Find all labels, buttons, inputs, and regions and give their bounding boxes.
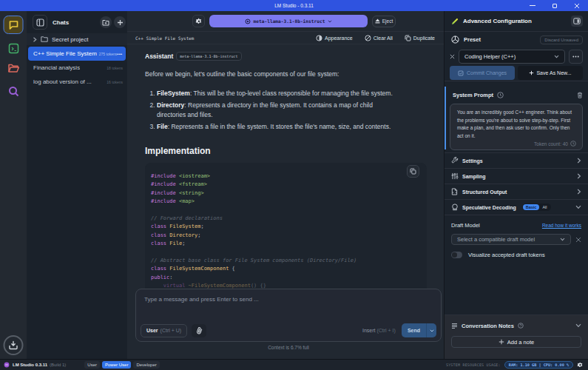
input-controls: User (Ctrl + U) Insert (Ctrl + I) Send — [141, 323, 436, 337]
new-folder-button[interactable] — [100, 16, 112, 28]
clear-preset-button[interactable] — [450, 54, 455, 59]
model-settings-button[interactable] — [192, 15, 205, 27]
seg-all[interactable]: All — [539, 204, 550, 210]
duplicate-button[interactable]: Duplicate — [405, 35, 435, 41]
mode-tab-user[interactable]: User — [84, 361, 100, 369]
collapse-sidebar-button[interactable] — [33, 15, 47, 30]
settings-gear-button[interactable] — [577, 362, 584, 369]
sidebar-folder-secret-project[interactable]: Secret project — [27, 33, 127, 45]
visualize-tokens-toggle[interactable] — [451, 252, 462, 258]
clear-draft-model-button[interactable] — [575, 237, 581, 243]
insert-hint[interactable]: Insert (Ctrl + I) — [362, 328, 396, 333]
chevron-down-icon — [554, 55, 559, 58]
preset-select[interactable]: Coding Helper (C++) — [459, 50, 565, 64]
chat-list-item[interactable]: log about version of ...16 tokens — [27, 75, 127, 89]
section-settings[interactable]: Settings — [445, 153, 588, 169]
copy-code-button[interactable] — [407, 165, 419, 178]
seg-basic[interactable]: Basic — [523, 204, 540, 210]
discard-unsaved-button[interactable]: Discard Unsaved — [540, 36, 583, 44]
chat-item-menu-icon[interactable]: ••• — [117, 52, 122, 56]
minimize-button[interactable] — [521, 0, 544, 11]
save-as-new-button[interactable]: Save As New... — [518, 66, 583, 80]
new-chat-button[interactable] — [114, 16, 126, 28]
chat-list-item[interactable]: C++ Simple File System275 tokens••• — [28, 47, 126, 61]
nav-search-button[interactable] — [7, 85, 19, 97]
x-icon — [575, 237, 581, 243]
code-content[interactable]: #include <iostream>#include <fstream>#in… — [151, 172, 421, 289]
code-line: class FileSystemComponent { — [151, 265, 421, 273]
search-icon — [8, 86, 19, 97]
message-input[interactable]: Type a message and press Enter to send .… — [135, 289, 442, 342]
mode-tab-power-user[interactable]: Power User — [102, 361, 131, 369]
config-panel-title: Advanced Configuration — [463, 18, 571, 24]
nav-chat-button[interactable] — [4, 16, 24, 34]
commit-changes-label: Commit Changes — [467, 70, 507, 75]
downloads-button[interactable] — [4, 335, 24, 355]
eject-model-button[interactable]: Eject — [372, 16, 396, 27]
implementation-heading: Implementation — [145, 146, 444, 156]
code-line: class File; — [151, 240, 421, 248]
model-selector[interactable]: meta-llama-3.1-8b-instruct — [209, 15, 368, 27]
read-how-it-works-link[interactable]: Read how it works — [542, 223, 581, 228]
folder-open-icon — [7, 63, 19, 73]
document-icon — [451, 188, 460, 195]
wrench-icon — [451, 157, 460, 164]
code-line: #include <fstream> — [151, 181, 421, 189]
role-user-button[interactable]: User (Ctrl + U) — [141, 324, 187, 337]
folder-name: Secret project — [52, 36, 88, 43]
resources-usage-label: SYSTEM RESOURCES USAGE: — [446, 363, 501, 367]
add-note-button[interactable]: Add a note — [451, 336, 581, 348]
delete-prompt-button[interactable] — [577, 92, 583, 98]
mode-tab-developer[interactable]: Developer — [133, 361, 159, 369]
preset-section: Preset Discard Unsaved Coding Helper (C+… — [445, 32, 588, 81]
close-button[interactable] — [566, 0, 588, 11]
code-block: #include <iostream>#include <fstream>#in… — [145, 163, 427, 289]
section-speculative-decoding[interactable]: Speculative Decoding Basic All — [445, 200, 588, 215]
appearance-button[interactable]: Appearance — [316, 35, 353, 41]
code-line: #include <map> — [151, 198, 421, 206]
advanced-configuration-panel: Advanced Configuration Preset Discard Un… — [445, 11, 588, 359]
preset-more-button[interactable] — [569, 50, 583, 64]
speculative-decoding-content: Draft Model Read how it works Select a c… — [445, 215, 588, 314]
chat-list-item[interactable]: Financial analysis18 tokens — [27, 61, 127, 75]
lm-studio-window: LM Studio - 0.3.11 — [0, 0, 588, 370]
code-line — [151, 206, 421, 215]
draft-model-label: Draft Model — [451, 222, 542, 229]
system-prompt-text: You are an incredibly good C++ engineer.… — [457, 109, 575, 140]
toggle-knob — [452, 252, 457, 258]
draft-model-select[interactable]: Select a compatible draft model — [451, 234, 571, 245]
collapse-panel-button[interactable] — [571, 16, 583, 27]
section-structured-output[interactable]: Structured Output — [445, 184, 588, 200]
nav-files-button[interactable] — [7, 62, 20, 74]
appearance-icon — [316, 35, 322, 41]
chevron-down-icon — [575, 205, 581, 209]
assistant-role-label: Assistant — [145, 53, 173, 60]
model-name: meta-llama-3.1-8b-instruct — [254, 18, 325, 24]
prompt-history-icon[interactable] — [497, 92, 504, 98]
crystal-ball-icon — [451, 204, 460, 211]
model-chip-icon — [245, 18, 251, 24]
assistant-model-badge[interactable]: meta-llama-3.1-8b-instruct — [176, 52, 241, 61]
chevron-right-icon — [577, 173, 581, 179]
x-icon — [450, 54, 455, 59]
eject-label: Eject — [382, 18, 393, 24]
send-button[interactable]: Send — [402, 323, 436, 337]
maximize-button[interactable] — [544, 0, 566, 11]
section-sampling[interactable]: Sampling — [445, 169, 588, 184]
lmstudio-logo — [4, 362, 10, 368]
system-prompt-box[interactable]: You are an incredibly good C++ engineer.… — [450, 104, 583, 150]
resources-usage-pill[interactable]: RAM: 1.10 GB | CPU: 0.00 % — [504, 361, 573, 369]
attach-file-button[interactable] — [192, 324, 206, 337]
conversation-notes-header[interactable]: Conversation Notes — [451, 320, 581, 331]
app-version-label: LM Studio 0.3.11 — [13, 363, 47, 367]
section-label: Sampling — [462, 174, 486, 179]
visualize-tokens-label: Visualize accepted draft tokens — [468, 252, 545, 258]
send-options-arrow[interactable] — [426, 323, 436, 337]
preset-header: Preset Discard Unsaved — [450, 32, 583, 47]
conversation-notes-label: Conversation Notes — [462, 323, 514, 329]
commit-changes-button[interactable]: Commit Changes — [450, 66, 515, 80]
nav-developer-button[interactable] — [7, 42, 19, 54]
info-circle-icon — [570, 141, 576, 147]
chat-item-label: Financial analysis — [33, 64, 80, 71]
clear-all-button[interactable]: Clear All — [365, 35, 393, 41]
